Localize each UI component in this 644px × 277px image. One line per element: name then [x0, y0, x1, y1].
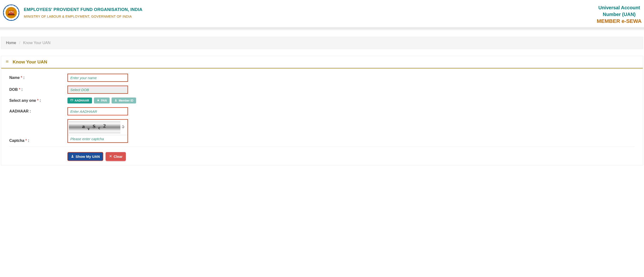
svg-point-18: [9, 11, 10, 13]
svg-point-1: [11, 5, 12, 6]
svg-point-3: [17, 8, 18, 8]
row-aadhaar: AADHAAR :: [9, 107, 635, 116]
row-dob: DOB * :: [9, 86, 635, 94]
uan-title-line1: Universal Account: [597, 4, 642, 11]
label-name: Name * :: [9, 76, 68, 80]
svg-point-14: [8, 6, 8, 6]
svg-point-13: [5, 8, 6, 8]
svg-rect-17: [8, 14, 14, 16]
uan-title-line2: Number (UAN): [597, 11, 642, 18]
user-icon: [71, 154, 74, 158]
org-title: EMPLOYEES' PROVIDENT FUND ORGANISATION, …: [24, 7, 142, 12]
lock-icon: [97, 99, 100, 102]
label-dob: DOB * :: [9, 88, 68, 92]
row-name: Name * :: [9, 74, 635, 82]
tab-aadhaar[interactable]: AADHAAR: [68, 98, 92, 104]
row-captcha: Captcha * : avSc2: [9, 119, 635, 143]
close-icon: [109, 154, 112, 158]
tab-pan[interactable]: PAN: [94, 98, 110, 104]
breadcrumb-separator: /: [19, 41, 20, 45]
show-my-uan-button[interactable]: Show My UAN: [68, 152, 103, 161]
svg-point-24: [115, 99, 116, 100]
org-subtitle: MINISTRY OF LABOUR & EMPLOYMENT, GOVERNM…: [24, 14, 142, 18]
captcha-input[interactable]: [68, 135, 128, 142]
header-separator: [0, 27, 644, 30]
svg-rect-23: [98, 100, 99, 101]
name-input[interactable]: [68, 74, 128, 82]
svg-rect-21: [70, 100, 73, 101]
dob-input[interactable]: [68, 86, 128, 94]
know-your-uan-panel: Know Your UAN Name * : DOB * :: [1, 56, 643, 166]
form-body: Name * : DOB * : Select any one *: [1, 68, 643, 165]
svg-point-20: [12, 11, 14, 13]
id-type-group: AADHAAR PAN Member ID: [68, 98, 136, 104]
svg-point-9: [8, 19, 8, 20]
breadcrumb-home[interactable]: Home: [6, 41, 16, 45]
form-divider: [9, 146, 635, 147]
epfo-logo: [3, 4, 20, 21]
captcha-image-row: avSc2: [68, 120, 128, 135]
svg-point-12: [4, 11, 4, 12]
breadcrumb-current: Know Your UAN: [23, 41, 50, 45]
svg-point-6: [17, 17, 18, 18]
user-icon: [114, 99, 117, 102]
refresh-icon[interactable]: [120, 124, 126, 130]
menu-icon[interactable]: [6, 60, 9, 64]
card-icon: [70, 99, 73, 102]
svg-point-11: [4, 14, 4, 14]
label-captcha: Captcha * :: [9, 138, 68, 143]
captcha-image: avSc2: [69, 121, 120, 134]
svg-point-5: [18, 14, 19, 14]
svg-point-10: [5, 17, 6, 18]
header-left: EMPLOYEES' PROVIDENT FUND ORGANISATION, …: [3, 4, 142, 21]
svg-point-19: [10, 11, 12, 12]
label-select-any: Select any one * :: [9, 98, 68, 103]
captcha-box: avSc2: [68, 119, 128, 143]
aadhaar-input[interactable]: [68, 107, 128, 116]
tab-member-id[interactable]: Member ID: [112, 98, 136, 104]
svg-point-2: [14, 6, 15, 6]
svg-point-25: [72, 155, 73, 156]
panel-title: Know Your UAN: [13, 59, 47, 64]
page-header: EMPLOYEES' PROVIDENT FUND ORGANISATION, …: [0, 0, 644, 27]
breadcrumb: Home / Know Your UAN: [1, 37, 643, 49]
action-row: Show My UAN Clear: [68, 152, 635, 161]
row-select-any: Select any one * : AADHAAR PAN: [9, 98, 635, 104]
label-aadhaar: AADHAAR :: [9, 109, 68, 114]
panel-header: Know Your UAN: [1, 56, 643, 68]
svg-point-8: [11, 20, 12, 20]
org-text-block: EMPLOYEES' PROVIDENT FUND ORGANISATION, …: [24, 7, 142, 18]
esewa-title: MEMBER e-SEWA: [597, 18, 642, 24]
header-right: Universal Account Number (UAN) MEMBER e-…: [597, 4, 643, 24]
svg-point-4: [18, 11, 19, 12]
clear-button[interactable]: Clear: [106, 152, 126, 161]
svg-point-7: [14, 19, 15, 20]
